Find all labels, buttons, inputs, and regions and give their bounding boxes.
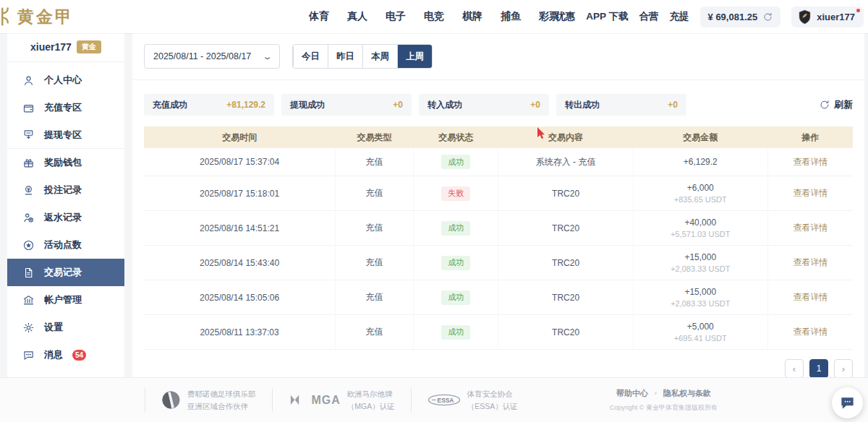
sidebar-item[interactable]: 消息 54 (7, 341, 124, 369)
summary-label: 充值成功 (153, 99, 187, 111)
partner-item: ESSA 体育安全协会 （ESSA）认证 (411, 388, 534, 412)
table-header-cell: 交易金额 (633, 126, 767, 148)
cell-time: 2025/08/16 14:51:21 (144, 211, 336, 246)
amount-usdt: +835.65 USDT (637, 195, 765, 204)
table-row: 2025/08/14 15:05:06 充值 成功 TRC20 +15,000 … (144, 280, 853, 315)
cell-status: 失败 (413, 176, 498, 211)
help-center-link[interactable]: 帮助中心 (616, 388, 648, 399)
bet-record-icon (22, 184, 35, 197)
nav-item[interactable]: 体育 (309, 10, 329, 23)
chevron-down-icon: ⌄ (262, 52, 273, 61)
view-details-link[interactable]: 查看详情 (793, 292, 827, 302)
sidebar-item[interactable]: 活动点数 (7, 231, 124, 259)
sidebar-item[interactable]: 返水记录 (7, 204, 124, 231)
header-link[interactable]: APP 下载 (586, 10, 628, 23)
cell-action: 查看详情 (767, 280, 853, 315)
nav-item[interactable]: 棋牌 (462, 10, 482, 23)
gift-icon (22, 157, 35, 169)
nav-item[interactable]: 电子 (386, 10, 406, 23)
top-header: 黄金甲 体育真人电子电竞棋牌捕鱼彩票 优惠APP 下载合营充提 ¥ 69,081… (0, 0, 868, 33)
unread-count-badge: 54 (72, 350, 86, 361)
cell-type: 充值 (336, 176, 414, 211)
sidebar-item[interactable]: 设置 (7, 314, 124, 341)
next-page-button[interactable]: › (834, 359, 853, 378)
view-details-link[interactable]: 查看详情 (793, 188, 827, 198)
period-tab[interactable]: 上周 (397, 45, 432, 68)
sidebar: xiuer177 黄金 个人中心 充值专区 提现专区 (7, 33, 124, 377)
view-details-link[interactable]: 查看详情 (793, 157, 827, 167)
footer-right: 帮助中心 › 隐私权与条款 Copyright © 黄金甲体育集团版权所有 (610, 388, 718, 413)
header-username: xiuer177 (817, 12, 855, 22)
refresh-button[interactable]: 刷新 (820, 98, 853, 111)
cell-status: 成功 (413, 211, 498, 246)
cell-amount: +15,000 +2,083.33 USDT (633, 280, 767, 315)
amount-main: +15,000 (637, 252, 765, 262)
sidebar-menu: 个人中心 充值专区 提现专区 奖励钱包 投注记录 (7, 66, 124, 369)
summary-pill: 转出成功 +0 (556, 94, 686, 116)
user-menu[interactable]: xiuer177 (791, 7, 864, 27)
cell-action: 查看详情 (767, 211, 853, 246)
period-tab[interactable]: 本周 (362, 45, 397, 68)
brand-logo[interactable]: 黄金甲 (0, 6, 150, 28)
nav-item[interactable]: 电竞 (424, 10, 444, 23)
nav-item[interactable]: 捕鱼 (501, 10, 521, 23)
transactions-panel: 2025/08/11 - 2025/08/17 ⌄ 今日昨日本周上周 充值成功 … (132, 33, 864, 377)
nav-item[interactable]: 彩票 (539, 10, 559, 23)
status-badge: 成功 (441, 256, 470, 270)
current-page-button[interactable]: 1 (809, 359, 828, 378)
view-details-link[interactable]: 查看详情 (793, 223, 827, 233)
sidebar-item-label: 消息 (44, 348, 63, 361)
summary-pills: 充值成功 +81,129.2 提现成功 +0 转入成功 +0 转出成功 +0 (144, 94, 686, 116)
status-badge: 成功 (441, 155, 470, 169)
prev-page-button[interactable]: ‹ (785, 359, 804, 378)
sidebar-item-label: 提现专区 (44, 129, 82, 142)
partner-line1: 体育安全协会 (467, 388, 518, 400)
refresh-balance-icon[interactable] (763, 12, 773, 22)
table-header-cell: 交易类型 (336, 126, 414, 148)
date-range-select[interactable]: 2025/08/11 - 2025/08/17 ⌄ (144, 44, 280, 69)
customer-service-button[interactable] (832, 387, 863, 418)
header-link[interactable]: 充提 (670, 10, 689, 23)
table-header-cell: 交易时间 (144, 126, 336, 148)
cell-type: 充值 (336, 315, 414, 350)
cell-amount: +15,000 +2,083.33 USDT (633, 246, 767, 280)
sidebar-item[interactable]: 交易记录 (7, 259, 124, 286)
partner-logo-text: MGA (312, 394, 341, 407)
cell-amount: +5,000 +695.41 USDT (633, 315, 767, 350)
star-icon (22, 239, 35, 251)
partner-line2: （ESSA）认证 (467, 400, 518, 412)
sidebar-item[interactable]: 帐户管理 (7, 286, 124, 314)
cell-type: 充值 (336, 246, 414, 280)
cell-content: 系统存入 - 充值 (498, 148, 633, 176)
cell-time: 2025/08/17 15:37:04 (144, 148, 336, 176)
header-quick-links: 优惠APP 下载合营充提 (556, 10, 689, 23)
status-badge: 成功 (441, 290, 470, 305)
summary-row: 充值成功 +81,129.2 提现成功 +0 转入成功 +0 转出成功 +0 刷… (144, 94, 853, 116)
sidebar-item-label: 活动点数 (44, 238, 82, 251)
cell-action: 查看详情 (767, 246, 853, 280)
header-link[interactable]: 合营 (639, 10, 659, 23)
avatar-shield-icon (798, 9, 812, 25)
privacy-terms-link[interactable]: 隐私权与条款 (663, 388, 711, 399)
sidebar-item[interactable]: 提现专区 (7, 121, 124, 149)
cell-amount: +40,000 +5,571.03 USDT (633, 211, 767, 246)
withdraw-icon (22, 129, 35, 141)
table-row: 2025/08/11 13:37:03 充值 成功 TRC20 +5,000 +… (144, 315, 853, 350)
period-tab[interactable]: 今日 (293, 45, 328, 68)
sidebar-item[interactable]: 奖励钱包 (7, 149, 124, 176)
period-tab[interactable]: 昨日 (328, 45, 362, 68)
sidebar-item[interactable]: 个人中心 (7, 66, 124, 94)
sidebar-item-label: 返水记录 (44, 211, 82, 224)
status-badge: 成功 (441, 221, 470, 236)
amount-usdt: +2,083.33 USDT (637, 299, 765, 308)
nav-item[interactable]: 真人 (347, 10, 367, 23)
balance-pill[interactable]: ¥ 69,081.25 (700, 7, 781, 27)
refresh-label: 刷新 (834, 98, 853, 111)
sidebar-item[interactable]: 充值专区 (7, 94, 124, 121)
view-details-link[interactable]: 查看详情 (793, 257, 827, 267)
summary-pill: 转入成功 +0 (419, 94, 549, 116)
cell-action: 查看详情 (767, 315, 853, 350)
view-details-link[interactable]: 查看详情 (793, 327, 827, 337)
cell-time: 2025/08/14 15:43:40 (144, 246, 336, 280)
sidebar-item[interactable]: 投注记录 (7, 176, 124, 204)
